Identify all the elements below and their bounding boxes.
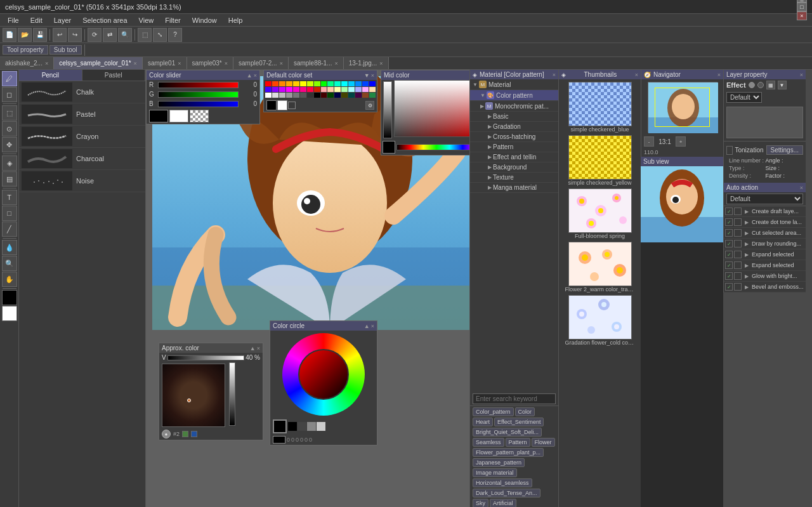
color-cell[interactable] [369,87,376,92]
color-cell[interactable] [293,93,299,98]
color-cell[interactable] [321,93,327,98]
approx-icon1[interactable]: ● [162,430,171,438]
color-cell[interactable] [307,93,313,98]
aa-check-6[interactable] [725,261,733,269]
open-button[interactable]: 📂 [18,28,32,42]
aa-sub-check-5[interactable] [734,251,742,258]
tag-horizontal[interactable]: Horizontal_seamless [473,478,532,487]
thumb-spring[interactable]: Full-bloomed spring [561,188,638,239]
aa-sub-check-4[interactable] [734,240,742,247]
slider-r[interactable] [158,82,239,88]
brush-tab-pencil[interactable]: Pencil [19,70,82,81]
select-button[interactable]: ⬚ [138,28,152,42]
rotate-button[interactable]: ⟳ [88,28,102,42]
transform-button[interactable]: ⤡ [153,28,167,42]
brush-item-chalk[interactable]: Chalk [19,81,145,103]
material-close[interactable]: × [553,72,556,78]
tab-sub-tool[interactable]: Sub tool [49,45,82,55]
zoom-button[interactable]: 🔍 [118,28,132,42]
tree-effect-tellin[interactable]: ▶ Effect and tellin [470,152,558,162]
tree-manga-material[interactable]: ▶ Manga material [470,183,558,193]
color-cell[interactable] [300,81,306,86]
flip-button[interactable]: ⇄ [103,28,117,42]
aa-arrow-2[interactable]: ▶ [743,218,750,226]
nav-zoom-in[interactable]: + [676,136,686,147]
tag-color-pattern[interactable]: Color_pattern [473,407,514,416]
mid-swatch-left[interactable] [383,141,395,154]
color-cell[interactable] [265,93,272,98]
aa-sub-check-7[interactable] [734,272,742,280]
effect-dot-2[interactable] [757,82,764,88]
tag-image-material[interactable]: Image material [473,468,517,477]
color-cell[interactable] [314,93,320,98]
redo-button[interactable]: ↪ [68,28,82,42]
thumb-close[interactable]: × [635,72,638,78]
tool-color-bg[interactable] [2,306,17,321]
menu-layer[interactable]: Layer [49,15,77,25]
settings-btn[interactable]: Settings... [766,145,803,155]
aa-arrow-1[interactable]: ▶ [743,207,750,215]
help-icon-btn[interactable]: ? [168,28,182,42]
color-cell[interactable] [355,87,362,92]
tab-13-1[interactable]: 13-1.jpg... × [344,57,389,69]
tool-eyedropper[interactable]: 💧 [2,240,17,255]
color-wheel[interactable] [282,333,365,416]
aa-check-4[interactable] [725,240,733,247]
maximize-button[interactable]: □ [797,3,807,11]
approx-brightness-slider[interactable] [229,362,235,426]
tree-monochromic[interactable]: ▶ M Monochromic pat... [470,101,558,112]
menu-file[interactable]: File [3,15,24,25]
canvas-area[interactable]: Color slider ▲ × R 0 G 0 B 0 [146,70,469,507]
thumb-flowers-warm[interactable]: Flower 2_warm color_tran... [561,242,638,293]
color-cell[interactable] [293,87,299,92]
aa-check-2[interactable] [725,218,733,226]
tab-close-active[interactable]: × [134,60,137,67]
menu-help[interactable]: Help [223,15,248,25]
brush-item-pastel[interactable]: Pastel [19,103,145,126]
mid-color-gradient[interactable] [394,80,469,137]
tool-line[interactable]: ╱ [2,221,17,237]
tag-effect[interactable]: Effect_Sentiment [494,418,544,426]
cc-mini-cell[interactable] [298,422,306,431]
menu-filter[interactable]: Filter [160,15,185,25]
menu-view[interactable]: View [134,15,159,25]
color-cell[interactable] [307,87,313,92]
tag-color[interactable]: Color [515,407,535,416]
color-cell[interactable] [286,81,292,86]
save-button[interactable]: 💾 [33,28,47,42]
nav-zoom-out[interactable]: - [644,136,654,147]
tab-sample-color[interactable]: celsys_sample_color_01* × [54,57,143,69]
tool-lasso[interactable]: ⊙ [2,121,17,136]
layer-prop-close[interactable]: × [800,72,803,78]
color-cell[interactable] [334,93,341,98]
color-cell[interactable] [300,87,306,92]
slider-g[interactable] [158,91,239,98]
approx-color-swatch1[interactable] [182,431,188,437]
tool-color-fg[interactable] [2,290,17,305]
tool-move[interactable]: ✥ [2,137,17,152]
tag-pattern[interactable]: Pattern [506,438,530,447]
tag-flower-pattern[interactable]: Flower_pattern_plant_p... [473,448,544,457]
aa-sub-check-3[interactable] [734,229,742,237]
tree-pattern[interactable]: ▶ Pattern [470,142,558,152]
aa-check-5[interactable] [725,251,733,258]
color-cell[interactable] [279,87,285,92]
tag-bright[interactable]: Bright_Quiet_Soft_Deli... [473,428,542,437]
tab-close-2[interactable]: × [178,60,181,67]
color-cell[interactable] [348,81,355,86]
close-button[interactable]: × [797,11,807,20]
tag-flower[interactable]: Flower [532,438,555,447]
color-cell[interactable] [355,81,362,86]
tree-cross-hatching[interactable]: ▶ Cross-hatching [470,132,558,142]
tab-sample03[interactable]: sample03* × [187,57,234,69]
aa-arrow-7[interactable]: ▶ [743,272,750,280]
color-cell[interactable] [341,81,348,86]
color-cell[interactable] [348,87,355,92]
color-cell[interactable] [348,93,355,98]
nav-preview[interactable] [648,82,717,133]
tree-root[interactable]: ▼ M Material [470,79,558,90]
color-cell[interactable] [300,93,306,98]
tab-close-3[interactable]: × [225,60,228,67]
aa-arrow-3[interactable]: ▶ [743,229,750,237]
aa-arrow-5[interactable]: ▶ [743,251,750,258]
